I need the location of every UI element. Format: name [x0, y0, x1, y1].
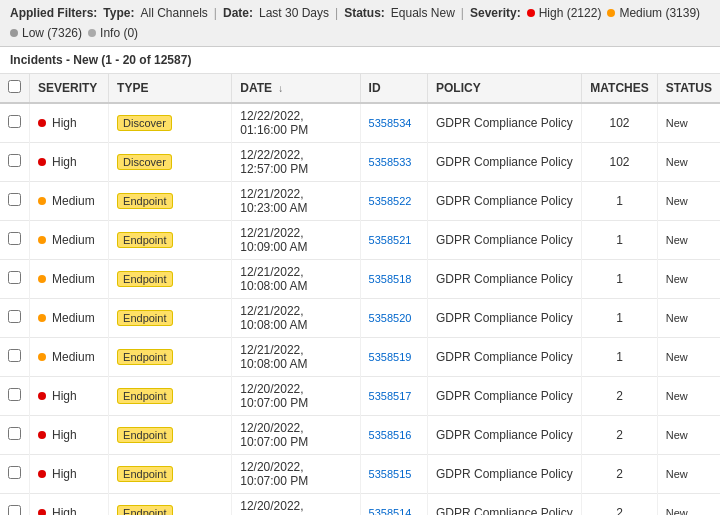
matches-cell: 1 [582, 182, 657, 221]
row-checkbox-cell[interactable] [0, 260, 30, 299]
status-cell: New [657, 221, 720, 260]
id-link[interactable]: 5358517 [369, 390, 412, 402]
row-checkbox[interactable] [8, 388, 21, 401]
table-row: HighEndpoint12/20/2022, 10:07:00 PM53585… [0, 377, 720, 416]
header-type[interactable]: TYPE [109, 74, 232, 103]
row-checkbox-cell[interactable] [0, 377, 30, 416]
date-filter-value: Last 30 Days [259, 6, 329, 20]
filters-bar: Applied Filters: Type: All Channels | Da… [0, 0, 720, 47]
header-policy[interactable]: POLICY [427, 74, 581, 103]
type-badge: Discover [117, 154, 172, 170]
id-link[interactable]: 5358515 [369, 468, 412, 480]
status-text: New [666, 312, 688, 324]
row-checkbox[interactable] [8, 154, 21, 167]
type-badge: Endpoint [117, 310, 172, 326]
header-matches[interactable]: MATCHES [582, 74, 657, 103]
row-checkbox[interactable] [8, 427, 21, 440]
id-cell[interactable]: 5358521 [360, 221, 427, 260]
row-checkbox-cell[interactable] [0, 143, 30, 182]
row-checkbox[interactable] [8, 310, 21, 323]
low-dot [10, 29, 18, 37]
type-badge: Endpoint [117, 271, 172, 287]
id-cell[interactable]: 5358522 [360, 182, 427, 221]
select-all-checkbox[interactable] [8, 80, 21, 93]
row-checkbox[interactable] [8, 349, 21, 362]
row-checkbox-cell[interactable] [0, 455, 30, 494]
severity-dot [38, 431, 46, 439]
status-cell: New [657, 260, 720, 299]
severity-cell: Medium [30, 221, 109, 260]
row-checkbox[interactable] [8, 115, 21, 128]
header-checkbox[interactable] [0, 74, 30, 103]
row-checkbox-cell[interactable] [0, 338, 30, 377]
row-checkbox-cell[interactable] [0, 299, 30, 338]
severity-dot [38, 509, 46, 515]
matches-cell: 1 [582, 338, 657, 377]
row-checkbox[interactable] [8, 193, 21, 206]
status-cell: New [657, 299, 720, 338]
matches-cell: 1 [582, 221, 657, 260]
table-row: MediumEndpoint12/21/2022, 10:08:00 AM535… [0, 299, 720, 338]
row-checkbox-cell[interactable] [0, 103, 30, 143]
info-label: Info (0) [100, 26, 138, 40]
id-cell[interactable]: 5358518 [360, 260, 427, 299]
status-text: New [666, 351, 688, 363]
id-cell[interactable]: 5358519 [360, 338, 427, 377]
type-filter-label: Type: [103, 6, 134, 20]
id-cell[interactable]: 5358534 [360, 103, 427, 143]
status-cell: New [657, 377, 720, 416]
row-checkbox-cell[interactable] [0, 416, 30, 455]
status-filter-value: Equals New [391, 6, 455, 20]
row-checkbox-cell[interactable] [0, 221, 30, 260]
sep3: | [461, 6, 464, 20]
id-link[interactable]: 5358516 [369, 429, 412, 441]
row-checkbox[interactable] [8, 505, 21, 515]
row-checkbox[interactable] [8, 466, 21, 479]
id-link[interactable]: 5358534 [369, 117, 412, 129]
date-filter-label: Date: [223, 6, 253, 20]
status-filter-label: Status: [344, 6, 385, 20]
date-cell: 12/22/2022, 01:16:00 PM [232, 103, 360, 143]
severity-dot [38, 470, 46, 478]
table-row: MediumEndpoint12/21/2022, 10:08:00 AM535… [0, 338, 720, 377]
matches-cell: 2 [582, 377, 657, 416]
row-checkbox-cell[interactable] [0, 182, 30, 221]
matches-cell: 2 [582, 455, 657, 494]
severity-text: Medium [52, 350, 95, 364]
info-dot [88, 29, 96, 37]
id-cell[interactable]: 5358516 [360, 416, 427, 455]
severity-dot [38, 197, 46, 205]
id-cell[interactable]: 5358517 [360, 377, 427, 416]
id-cell[interactable]: 5358533 [360, 143, 427, 182]
policy-cell: GDPR Compliance Policy [427, 299, 581, 338]
id-link[interactable]: 5358522 [369, 195, 412, 207]
header-severity[interactable]: SEVERITY [30, 74, 109, 103]
date-sort-icon: ↓ [278, 83, 283, 94]
header-id[interactable]: ID [360, 74, 427, 103]
type-cell: Endpoint [109, 221, 232, 260]
id-link[interactable]: 5358533 [369, 156, 412, 168]
id-link[interactable]: 5358521 [369, 234, 412, 246]
date-cell: 12/20/2022, 10:06:00 PM [232, 494, 360, 516]
header-date[interactable]: DATE ↓ [232, 74, 360, 103]
header-status[interactable]: STATUS [657, 74, 720, 103]
type-cell: Discover [109, 103, 232, 143]
id-cell[interactable]: 5358514 [360, 494, 427, 516]
status-text: New [666, 390, 688, 402]
row-checkbox[interactable] [8, 232, 21, 245]
id-cell[interactable]: 5358515 [360, 455, 427, 494]
id-link[interactable]: 5358519 [369, 351, 412, 363]
status-text: New [666, 234, 688, 246]
id-link[interactable]: 5358518 [369, 273, 412, 285]
id-cell[interactable]: 5358520 [360, 299, 427, 338]
type-badge: Endpoint [117, 427, 172, 443]
table-row: MediumEndpoint12/21/2022, 10:08:00 AM535… [0, 260, 720, 299]
status-cell: New [657, 103, 720, 143]
id-link[interactable]: 5358520 [369, 312, 412, 324]
severity-dot [38, 314, 46, 322]
id-link[interactable]: 5358514 [369, 507, 412, 515]
sep2: | [335, 6, 338, 20]
row-checkbox[interactable] [8, 271, 21, 284]
row-checkbox-cell[interactable] [0, 494, 30, 516]
policy-cell: GDPR Compliance Policy [427, 221, 581, 260]
